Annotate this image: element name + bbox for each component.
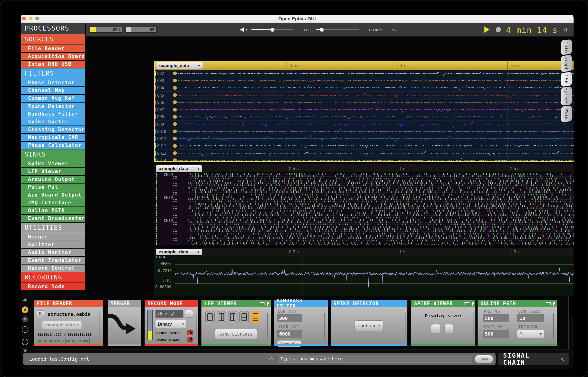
- chain-selector-b[interactable]: B: [22, 316, 28, 322]
- raster-content[interactable]: CH59CH39CH19: [154, 172, 574, 245]
- layout-two-row-button[interactable]: [239, 311, 249, 323]
- end-time-field[interactable]: 00:00:30.000: [65, 338, 90, 344]
- viewer-tab-lfp[interactable]: LFP: [561, 72, 572, 87]
- channel-row[interactable]: CH9: [155, 120, 574, 128]
- volume-slider-thumb[interactable]: [270, 28, 274, 32]
- processor-item[interactable]: Crossing Detector: [21, 126, 85, 133]
- high-cut-field[interactable]: 6000: [277, 330, 302, 338]
- viewer-tab-spikes[interactable]: Spikes: [561, 87, 572, 106]
- channel-row[interactable]: CH11: [155, 135, 574, 142]
- channel-row[interactable]: CH2: [155, 70, 574, 77]
- module-header[interactable]: MERGER: [108, 300, 141, 307]
- channel-enable-icon[interactable]: [173, 158, 177, 161]
- channel-row[interactable]: CH7: [155, 106, 574, 113]
- channel-enable-icon[interactable]: [173, 93, 177, 97]
- processor-item[interactable]: Event Translator: [21, 257, 85, 264]
- processor-item[interactable]: Common Avg Ref: [21, 95, 85, 102]
- channel-enable-icon[interactable]: [173, 79, 177, 82]
- trigger-dropdown[interactable]: 1 ▼: [517, 330, 544, 338]
- pin-tab-icon[interactable]: [553, 302, 554, 306]
- processor-item[interactable]: Arduino Output: [21, 176, 85, 183]
- processor-item[interactable]: Acq Board Output: [21, 191, 85, 199]
- pin-tab-icon[interactable]: [267, 302, 268, 306]
- chevron-up-icon[interactable]: [269, 357, 275, 363]
- channel-enable-icon[interactable]: [173, 71, 177, 75]
- layout-single-button[interactable]: [205, 311, 215, 323]
- module-header[interactable]: LFP VIEWER: [201, 300, 271, 307]
- lfp-channel-area[interactable]: CH2CH3CH4CH5CH6CH7CH8CH9CH10CH11CH12CH13…: [155, 70, 574, 161]
- processor-item[interactable]: Spike Detector: [21, 103, 85, 110]
- chain-selector-a[interactable]: A: [22, 306, 28, 313]
- processor-item[interactable]: LFP Viewer: [21, 168, 85, 175]
- channel-enable-icon[interactable]: [173, 151, 177, 155]
- post-ms-field[interactable]: 500: [483, 330, 509, 338]
- bin-size-field[interactable]: 10: [517, 314, 544, 322]
- record-spikes-toggle[interactable]: [187, 337, 193, 342]
- processor-item[interactable]: Splitter: [21, 241, 85, 248]
- processor-item[interactable]: Spike Sorter: [21, 118, 85, 126]
- processor-item[interactable]: File Reader: [21, 45, 85, 52]
- module-header[interactable]: ONLINE PSTH: [478, 300, 557, 307]
- expand-triangle-icon[interactable]: △: [561, 356, 564, 362]
- processor-item[interactable]: Acquisition Board: [21, 53, 85, 60]
- processor-item[interactable]: Channel Map: [21, 87, 85, 94]
- processor-item[interactable]: Event Broadcaster: [21, 215, 85, 222]
- viewer-tab-info[interactable]: Info: [561, 39, 572, 55]
- record-engine-dropdown[interactable]: Binary ▼: [156, 320, 186, 328]
- viewer-tab-graph[interactable]: Graph: [561, 55, 572, 72]
- start-time-field[interactable]: 00:00:00.000: [37, 338, 61, 344]
- save-button[interactable]: Save: [475, 355, 493, 363]
- layout-three-row-button-active[interactable]: [251, 311, 260, 323]
- file-button[interactable]: F:: [37, 310, 45, 317]
- viewer-tab-psth[interactable]: PSTH: [561, 106, 572, 122]
- record-icon[interactable]: [496, 27, 501, 33]
- channel-row[interactable]: CH6: [155, 99, 574, 106]
- module-header[interactable]: FILE READER: [34, 300, 103, 307]
- play-icon[interactable]: [484, 26, 490, 33]
- processor-item[interactable]: Intan RHD USB: [21, 61, 85, 68]
- module-bandpass-filter[interactable]: BANDPASS FILTER LOW_CUT 300 HIGH_CUT 600…: [274, 300, 328, 346]
- channel-row[interactable]: CH3: [155, 77, 574, 84]
- module-header[interactable]: BANDPASS FILTER: [274, 300, 328, 307]
- signal-chain-scroll-down-icon[interactable]: [23, 350, 27, 352]
- module-record-node[interactable]: RECORD NODE /Users/ ... Binary ▼ RECORD …: [145, 300, 198, 346]
- channel-row[interactable]: CH10: [155, 128, 574, 135]
- dataset-dropdown[interactable]: example_data▼: [156, 62, 203, 69]
- dataset-dropdown[interactable]: example_data ▼: [42, 321, 82, 329]
- display-size-increase-button[interactable]: +: [444, 324, 453, 333]
- channel-row[interactable]: CH5: [155, 92, 574, 99]
- display-size-decrease-button[interactable]: -: [431, 324, 440, 333]
- channel-enable-icon[interactable]: [173, 86, 177, 90]
- browse-button[interactable]: ...: [185, 310, 193, 318]
- signal-chain-scroll-up-icon[interactable]: [23, 298, 27, 301]
- channel-row[interactable]: CH14: [155, 157, 574, 161]
- sync-displays-button[interactable]: SYNC DISPLAYS: [215, 329, 257, 339]
- processor-item[interactable]: Phase Calculator: [21, 141, 85, 149]
- processor-item[interactable]: Online PSTH: [21, 207, 85, 214]
- channel-row[interactable]: CH13: [155, 150, 574, 157]
- channel-enable-icon[interactable]: [173, 108, 177, 112]
- dataset-dropdown[interactable]: example_data▼: [156, 249, 202, 255]
- channels-button[interactable]: Channels: [277, 340, 302, 347]
- processor-item[interactable]: Merger: [21, 233, 85, 241]
- channel-enable-icon[interactable]: [173, 115, 177, 119]
- processor-item[interactable]: Audio Monitor: [21, 249, 85, 256]
- record-path-field[interactable]: /Users/: [156, 310, 184, 318]
- dataset-dropdown[interactable]: example_data▼: [156, 165, 202, 172]
- module-spike-detector[interactable]: SPIKE DETECTOR configure: [331, 300, 407, 346]
- layout-three-column-button[interactable]: [228, 311, 237, 323]
- processor-item[interactable]: Record Control: [21, 265, 85, 272]
- chain-selector-empty[interactable]: [22, 339, 28, 345]
- processor-item[interactable]: Record Node: [21, 283, 85, 290]
- module-header[interactable]: RECORD NODE: [145, 300, 198, 307]
- channel-enable-icon[interactable]: [173, 100, 177, 104]
- processor-item[interactable]: ZMQ Interface: [21, 199, 85, 207]
- open-window-icon[interactable]: [546, 302, 551, 305]
- channel-row[interactable]: CH8: [155, 113, 574, 121]
- layout-two-column-button[interactable]: [217, 311, 226, 323]
- channel-row[interactable]: CH4: [155, 84, 574, 92]
- pre-ms-field[interactable]: 500: [483, 314, 509, 322]
- module-online-psth[interactable]: ONLINE PSTH PRE_MS 500 BIN_SIZE 10 POST_…: [478, 300, 557, 346]
- channel-enable-icon[interactable]: [173, 130, 177, 133]
- module-header[interactable]: SPIKE VIEWER: [411, 300, 476, 307]
